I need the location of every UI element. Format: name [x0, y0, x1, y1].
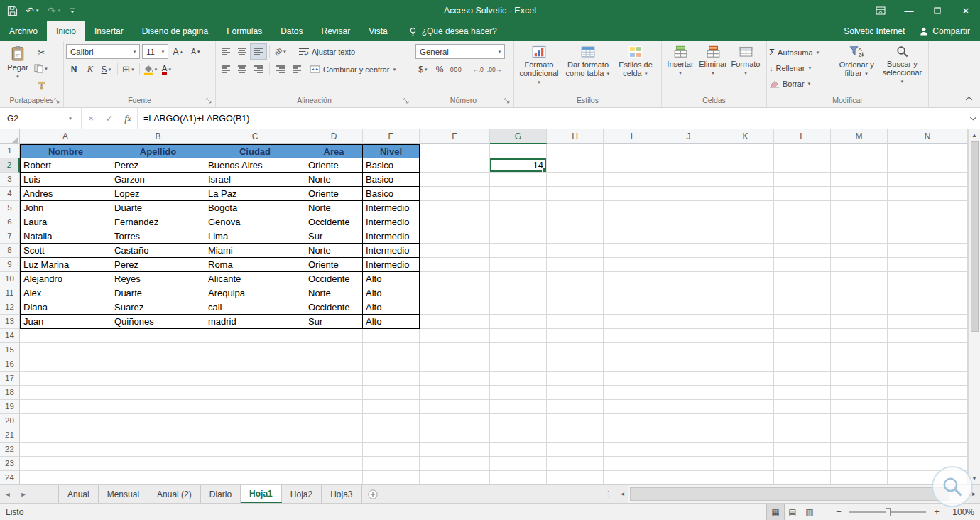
cell-I4[interactable]: [604, 187, 660, 201]
cell-E4[interactable]: Basico: [363, 187, 420, 201]
cell-K19[interactable]: [717, 400, 774, 414]
tab-scrollbar-splitter[interactable]: ⋮: [600, 485, 616, 503]
cell-F1[interactable]: [420, 144, 490, 158]
cell-J1[interactable]: [660, 144, 717, 158]
cell-I22[interactable]: [604, 443, 660, 457]
cell-G24[interactable]: [490, 471, 547, 484]
horizontal-scrollbar-thumb[interactable]: [630, 487, 949, 501]
cell-D17[interactable]: [305, 372, 363, 386]
cell-B9[interactable]: Perez: [111, 258, 205, 272]
cell-G17[interactable]: [490, 372, 547, 386]
comma-style-button[interactable]: 000: [448, 62, 464, 77]
cell-E2[interactable]: Basico: [363, 158, 420, 173]
align-left-button[interactable]: [218, 62, 234, 77]
cell-D12[interactable]: Occidente: [305, 300, 363, 315]
cell-N18[interactable]: [888, 386, 968, 400]
zoom-slider-thumb[interactable]: [886, 508, 891, 516]
enter-entry-button[interactable]: ✓: [100, 108, 119, 129]
cell-M7[interactable]: [831, 229, 888, 244]
cell-B1[interactable]: Apellido: [111, 144, 205, 158]
align-middle-button[interactable]: [234, 44, 250, 59]
cell-A7[interactable]: Natalia: [20, 229, 111, 244]
cell-N3[interactable]: [888, 173, 968, 187]
increase-indent-button[interactable]: [289, 62, 305, 77]
decrease-indent-button[interactable]: [273, 62, 288, 77]
cell-A3[interactable]: Luis: [20, 173, 111, 187]
cell-D22[interactable]: [305, 443, 363, 457]
row-header-8[interactable]: 8: [0, 244, 20, 258]
cell-J9[interactable]: [660, 258, 717, 272]
cell-D9[interactable]: Oriente: [305, 258, 363, 272]
cancel-entry-button[interactable]: ×: [82, 108, 100, 129]
cell-E14[interactable]: [363, 329, 420, 343]
cell-B4[interactable]: Lopez: [111, 187, 205, 201]
account-name[interactable]: Solvetic Internet: [844, 21, 919, 41]
cell-M4[interactable]: [831, 187, 888, 201]
cell-N22[interactable]: [888, 443, 968, 457]
cell-K7[interactable]: [717, 229, 774, 244]
cell-G15[interactable]: [490, 343, 547, 357]
cell-I2[interactable]: [604, 158, 660, 173]
column-header-C[interactable]: C: [205, 129, 305, 144]
cell-C11[interactable]: Arequipa: [205, 286, 305, 300]
row-header-16[interactable]: 16: [0, 357, 20, 372]
cell-H13[interactable]: [547, 315, 604, 329]
sheet-tab-hoja3[interactable]: Hoja3: [322, 485, 361, 503]
scroll-down-arrow[interactable]: ▼: [969, 472, 980, 484]
cell-D8[interactable]: Norte: [305, 244, 363, 258]
new-sheet-button[interactable]: [362, 485, 383, 503]
cell-B7[interactable]: Torres: [111, 229, 205, 244]
cut-button[interactable]: ✂: [33, 45, 49, 60]
name-box-splitter[interactable]: [77, 108, 82, 129]
cell-J5[interactable]: [660, 201, 717, 215]
cell-G4[interactable]: [490, 187, 547, 201]
conditional-formatting-button[interactable]: Formato condicional ▼: [516, 43, 562, 96]
cell-B10[interactable]: Reyes: [111, 272, 205, 286]
cell-G18[interactable]: [490, 386, 547, 400]
zoom-out-button[interactable]: −: [834, 507, 844, 517]
cell-N15[interactable]: [888, 343, 968, 357]
cell-C7[interactable]: Lima: [205, 229, 305, 244]
cell-K1[interactable]: [717, 144, 774, 158]
cell-A11[interactable]: Alex: [20, 286, 111, 300]
ribbon-tab-revisar[interactable]: Revisar: [312, 21, 360, 41]
cell-K12[interactable]: [717, 300, 774, 315]
cell-H24[interactable]: [547, 471, 604, 484]
cell-I18[interactable]: [604, 386, 660, 400]
delete-cells-button[interactable]: Eliminar▼: [697, 43, 729, 96]
cell-G6[interactable]: [490, 215, 547, 229]
cell-A6[interactable]: Laura: [20, 215, 111, 229]
cell-N23[interactable]: [888, 457, 968, 471]
cell-G11[interactable]: [490, 286, 547, 300]
cell-E17[interactable]: [363, 372, 420, 386]
cell-C20[interactable]: [205, 414, 305, 428]
ribbon-display-options-button[interactable]: [866, 0, 895, 21]
cell-I13[interactable]: [604, 315, 660, 329]
cell-C18[interactable]: [205, 386, 305, 400]
share-button[interactable]: Compartir: [919, 21, 980, 41]
cell-H17[interactable]: [547, 372, 604, 386]
cell-I24[interactable]: [604, 471, 660, 484]
font-color-button[interactable]: A▼: [159, 62, 175, 77]
cell-N21[interactable]: [888, 428, 968, 443]
cell-M6[interactable]: [831, 215, 888, 229]
column-header-L[interactable]: L: [774, 129, 831, 144]
cell-A8[interactable]: Scott: [20, 244, 111, 258]
cell-G19[interactable]: [490, 400, 547, 414]
cell-F16[interactable]: [420, 357, 490, 372]
cell-G1[interactable]: [490, 144, 547, 158]
cell-K16[interactable]: [717, 357, 774, 372]
cell-B11[interactable]: Duarte: [111, 286, 205, 300]
cell-L16[interactable]: [774, 357, 831, 372]
fill-button[interactable]: ↓Rellenar▼: [769, 61, 835, 75]
cell-A23[interactable]: [20, 457, 111, 471]
name-box[interactable]: G2 ▼: [0, 108, 77, 129]
align-right-button[interactable]: [251, 62, 266, 77]
cell-D6[interactable]: Occidente: [305, 215, 363, 229]
cell-L3[interactable]: [774, 173, 831, 187]
cell-M24[interactable]: [831, 471, 888, 484]
collapse-ribbon-button[interactable]: [965, 93, 973, 103]
cell-C13[interactable]: madrid: [205, 315, 305, 329]
font-name-select[interactable]: Calibri▼: [66, 44, 140, 59]
cell-H22[interactable]: [547, 443, 604, 457]
